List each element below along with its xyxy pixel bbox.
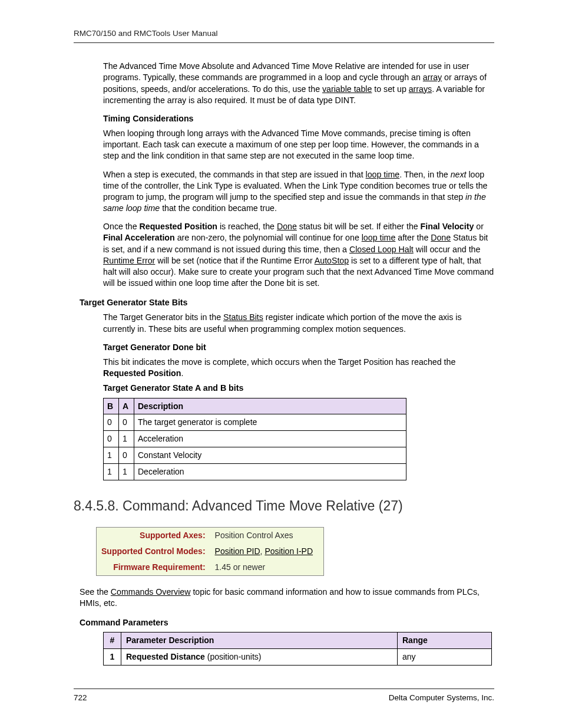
prop-val-supported-axes: Position Control Axes — [210, 528, 324, 543]
timing-paragraph-3: Once the Requested Position is reached, … — [103, 221, 494, 289]
text: status bit will be set. If either the — [297, 222, 421, 231]
text: . Then, in the — [399, 170, 451, 179]
intro-paragraph: The Advanced Time Move Absolute and Adva… — [103, 61, 494, 106]
bold: Requested Position — [103, 368, 181, 378]
table-row: 1 1 Deceleration — [104, 464, 406, 480]
link-position-pid[interactable]: Position PID — [215, 546, 260, 556]
heading-timing-considerations: Timing Considerations — [103, 113, 494, 124]
heading-target-generator-state-bits: Target Generator State Bits — [80, 297, 494, 308]
text: Once the — [103, 222, 140, 231]
link-autostop[interactable]: AutoStop — [315, 256, 349, 265]
table-row: 1 Requested Distance (position-units) an… — [104, 649, 492, 666]
cell-b: 1 — [104, 464, 119, 480]
text: . — [181, 368, 183, 378]
link-position-ipd[interactable]: Position I-PD — [265, 546, 313, 556]
text: This bit indicates the move is complete,… — [103, 357, 455, 367]
command-parameters-table: # Parameter Description Range 1 Requeste… — [103, 632, 492, 666]
text: will occur and the — [414, 245, 481, 254]
cell-a: 0 — [119, 447, 134, 464]
text: The Advanced Time Move Absolute and Adva… — [103, 61, 469, 82]
link-array[interactable]: array — [423, 73, 442, 82]
see-paragraph: See the Commands Overview topic for basi… — [80, 587, 494, 609]
text: that the condition became true. — [160, 203, 277, 213]
heading-target-generator-done-bit: Target Generator Done bit — [103, 342, 494, 353]
tgsb-paragraph: The Target Generator bits in the Status … — [103, 312, 494, 334]
timing-paragraph-2: When a step is executed, the commands in… — [103, 169, 494, 215]
th-a: A — [119, 398, 134, 414]
cell-a: 1 — [119, 464, 134, 480]
cell-num: 1 — [104, 649, 121, 666]
cell-range: any — [398, 649, 492, 666]
cell-b: 0 — [104, 431, 119, 447]
link-status-bits[interactable]: Status Bits — [223, 312, 263, 322]
bold: Requested Distance — [126, 652, 205, 661]
text: When a step is executed, the commands in… — [103, 170, 366, 179]
bold: Final Velocity — [421, 222, 474, 231]
cell-desc: Acceleration — [134, 431, 406, 447]
th-param-desc: Parameter Description — [121, 633, 398, 649]
prop-key-control-modes: Supported Control Modes: — [97, 543, 210, 559]
table-row: 0 0 The target generator is complete — [104, 414, 406, 431]
link-variable-table[interactable]: variable table — [322, 84, 372, 94]
link-done[interactable]: Done — [277, 222, 297, 231]
th-range: Range — [398, 633, 492, 649]
cell-b: 1 — [104, 447, 119, 464]
text: to set up — [372, 84, 408, 94]
th-b: B — [104, 398, 119, 414]
text: is reached, the — [217, 222, 277, 231]
emphasis: next — [451, 170, 467, 179]
link-runtime-error[interactable]: Runtime Error — [103, 256, 155, 265]
table-row: 0 1 Acceleration — [104, 431, 406, 447]
cell-a: 1 — [119, 431, 134, 447]
text: are non-zero, the polynomial will contin… — [175, 233, 362, 242]
state-bits-table: B A Description 0 0 The target generator… — [103, 398, 406, 480]
cell-a: 0 — [119, 414, 134, 431]
heading-target-generator-ab-bits: Target Generator State A and B bits — [103, 383, 494, 394]
link-loop-time[interactable]: loop time — [366, 170, 400, 179]
text: See the — [80, 587, 111, 597]
cell-desc: Constant Velocity — [134, 447, 406, 464]
link-loop-time-2[interactable]: loop time — [362, 233, 396, 242]
prop-val-firmware: 1.45 or newer — [210, 559, 324, 575]
table-row: 1 0 Constant Velocity — [104, 447, 406, 464]
prop-val-control-modes: Position PID, Position I-PD — [210, 543, 324, 559]
page-footer: 722 Delta Computer Systems, Inc. — [74, 689, 494, 703]
cell-desc: The target generator is complete — [134, 414, 406, 431]
tgd-paragraph: This bit indicates the move is complete,… — [103, 357, 494, 379]
prop-key-supported-axes: Supported Axes: — [97, 528, 210, 543]
footer-company: Delta Computer Systems, Inc. — [389, 693, 494, 703]
cell-desc: Requested Distance (position-units) — [121, 649, 398, 666]
th-description: Description — [134, 398, 406, 414]
command-properties-table: Supported Axes: Position Control Axes Su… — [96, 527, 324, 576]
link-closed-loop-halt[interactable]: Closed Loop Halt — [349, 245, 414, 254]
timing-paragraph-1: When looping through long arrays with th… — [103, 128, 494, 162]
bold: Requested Position — [140, 222, 217, 231]
link-commands-overview[interactable]: Commands Overview — [111, 587, 191, 597]
link-done-2[interactable]: Done — [431, 233, 451, 242]
text: The Target Generator bits in the — [103, 312, 223, 322]
cell-b: 0 — [104, 414, 119, 431]
th-num: # — [104, 633, 121, 649]
text: will be set (notice that if the Runtime … — [155, 256, 314, 265]
cell-desc: Deceleration — [134, 464, 406, 480]
page-header: RMC70/150 and RMCTools User Manual — [74, 28, 494, 43]
bold: Final Acceleration — [103, 233, 175, 242]
text: after the — [395, 233, 431, 242]
heading-command-parameters: Command Parameters — [80, 617, 494, 628]
text: or — [474, 222, 484, 231]
page-number: 722 — [74, 693, 87, 703]
text: (position-units) — [205, 652, 262, 661]
prop-key-firmware: Firmware Requirement: — [97, 559, 210, 575]
section-title: 8.4.5.8. Command: Advanced Time Move Rel… — [74, 497, 494, 515]
link-arrays[interactable]: arrays — [409, 84, 432, 94]
